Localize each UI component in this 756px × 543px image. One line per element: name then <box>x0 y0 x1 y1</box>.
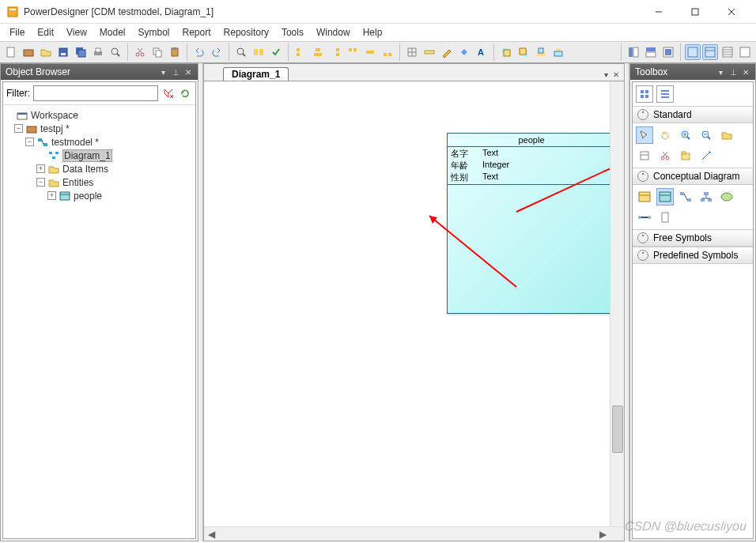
tb-project-icon[interactable] <box>21 44 36 60</box>
tree-diagram[interactable]: Diagram_1 <box>5 149 194 162</box>
tree-expander-icon[interactable]: − <box>36 178 45 187</box>
tool-entity-icon[interactable] <box>636 188 653 206</box>
tool-delete-icon[interactable] <box>656 147 674 164</box>
tree-project[interactable]: − testpj * <box>5 122 194 135</box>
tool-link-icon[interactable] <box>636 209 653 226</box>
tab-menu-icon[interactable]: ▾ <box>604 70 608 79</box>
tool-pointer-icon[interactable] <box>636 126 653 144</box>
scroll-left-icon[interactable]: ◀ <box>204 528 218 541</box>
tool-grabber-icon[interactable] <box>656 126 674 144</box>
filter-input[interactable] <box>33 85 158 101</box>
tool-extend-icon[interactable] <box>697 147 715 164</box>
tool-entity-alt-icon[interactable] <box>656 188 674 206</box>
tb-view3-icon[interactable] <box>660 44 676 60</box>
tb-panel1-icon[interactable] <box>685 44 701 60</box>
tb-pen-icon[interactable] <box>439 44 455 60</box>
tb-new-icon[interactable] <box>3 44 19 60</box>
view-large-icons[interactable] <box>636 85 653 103</box>
tree-model[interactable]: − testmodel * <box>5 135 194 149</box>
tool-file-icon[interactable] <box>656 209 674 226</box>
tb-view2-icon[interactable] <box>643 44 659 60</box>
tb-panel3-icon[interactable] <box>720 44 735 60</box>
tb-cut-icon[interactable] <box>132 44 148 60</box>
menu-help[interactable]: Help <box>357 25 389 40</box>
tb-preview-icon[interactable] <box>108 44 123 60</box>
section-header-conceptual[interactable]: ˄ Conceptual Diagram <box>633 168 753 185</box>
panel-pin-icon[interactable]: ⊥ <box>171 67 180 77</box>
menu-file[interactable]: File <box>3 25 31 40</box>
tb-layer1-icon[interactable] <box>498 44 514 60</box>
tree-expander-icon[interactable]: + <box>47 191 56 200</box>
panel-close-icon[interactable]: ✕ <box>741 67 750 77</box>
minimize-button[interactable] <box>641 0 677 24</box>
section-header-free[interactable]: ˅ Free Symbols <box>633 230 753 247</box>
tb-layer3-icon[interactable] <box>533 44 549 60</box>
tb-align4-icon[interactable] <box>345 44 361 60</box>
tb-check-icon[interactable] <box>268 44 284 60</box>
refresh-icon[interactable] <box>179 86 193 100</box>
menu-repository[interactable]: Repository <box>217 25 275 40</box>
tool-package-icon[interactable] <box>677 147 694 164</box>
vertical-scrollbar[interactable] <box>610 81 624 526</box>
tb-text-icon[interactable]: A <box>474 44 490 60</box>
tb-align6-icon[interactable] <box>380 44 395 60</box>
diagram-tab[interactable]: Diagram_1 <box>223 67 289 81</box>
menu-tools[interactable]: Tools <box>275 25 310 40</box>
tree-entity-people[interactable]: + people <box>5 189 194 202</box>
scroll-thumb[interactable] <box>612 405 623 453</box>
tree-expander-icon[interactable]: − <box>14 124 23 133</box>
panel-menu-icon[interactable]: ▾ <box>716 67 725 77</box>
tool-zoomout-icon[interactable] <box>697 126 715 144</box>
tb-grid-icon[interactable] <box>404 44 420 60</box>
scroll-right-icon[interactable]: ▶ <box>595 528 610 541</box>
tb-fill-icon[interactable] <box>456 44 472 60</box>
tb-saveall-icon[interactable] <box>73 44 89 60</box>
tool-association-icon[interactable] <box>718 188 735 206</box>
tb-view1-icon[interactable] <box>626 44 641 60</box>
entity-people[interactable]: people 名字Text 年龄Integer 性别Text <box>447 133 610 314</box>
menu-symbol[interactable]: Symbol <box>132 25 176 40</box>
tb-find-icon[interactable] <box>233 44 249 60</box>
tb-save-icon[interactable] <box>55 44 71 60</box>
tb-undo-icon[interactable] <box>191 44 207 60</box>
horizontal-scrollbar[interactable]: ◀ ▶ <box>204 526 624 541</box>
menu-view[interactable]: View <box>60 25 93 40</box>
tb-align-icon[interactable] <box>293 44 308 60</box>
panel-pin-icon[interactable]: ⊥ <box>728 67 738 77</box>
tree-dataitems[interactable]: + Data Items <box>5 162 194 175</box>
tab-close-icon[interactable]: ✕ <box>613 70 619 79</box>
menu-model[interactable]: Model <box>93 25 132 40</box>
tb-panel2-icon[interactable] <box>702 44 718 60</box>
tb-redo-icon[interactable] <box>209 44 225 60</box>
tb-panel4-icon[interactable] <box>737 44 753 60</box>
section-header-predef[interactable]: ˅ Predefined Symbols <box>633 247 753 264</box>
maximize-button[interactable] <box>677 0 713 24</box>
tree-entities[interactable]: − Entities <box>5 175 194 189</box>
tool-inheritance-icon[interactable] <box>697 188 715 206</box>
tool-properties-icon[interactable] <box>636 147 653 164</box>
panel-close-icon[interactable]: ✕ <box>183 67 193 77</box>
tb-print-icon[interactable] <box>90 44 106 60</box>
menu-report[interactable]: Report <box>176 25 217 40</box>
tb-open-icon[interactable] <box>38 44 54 60</box>
tb-align2-icon[interactable] <box>310 44 326 60</box>
tb-paste-icon[interactable] <box>167 44 183 60</box>
panel-menu-icon[interactable]: ▾ <box>158 67 168 77</box>
tb-layer2-icon[interactable] <box>516 44 531 60</box>
tb-compare-icon[interactable] <box>251 44 266 60</box>
tool-zoomin-icon[interactable] <box>677 126 694 144</box>
close-button[interactable] <box>713 0 750 24</box>
diagram-canvas[interactable]: people 名字Text 年龄Integer 性别Text <box>204 81 610 526</box>
tb-align5-icon[interactable] <box>362 44 378 60</box>
tree-expander-icon[interactable]: + <box>36 164 45 173</box>
tool-relationship-icon[interactable] <box>677 188 694 206</box>
tb-copy-icon[interactable] <box>149 44 165 60</box>
tb-align3-icon[interactable] <box>327 44 343 60</box>
view-list[interactable] <box>656 85 674 103</box>
tool-opendiagram-icon[interactable] <box>718 126 735 144</box>
section-header-standard[interactable]: ˄ Standard <box>633 107 753 123</box>
tree-expander-icon[interactable]: − <box>25 138 34 146</box>
tree-workspace[interactable]: Workspace <box>5 108 194 122</box>
menu-window[interactable]: Window <box>310 25 357 40</box>
tb-ruler-icon[interactable] <box>421 44 437 60</box>
